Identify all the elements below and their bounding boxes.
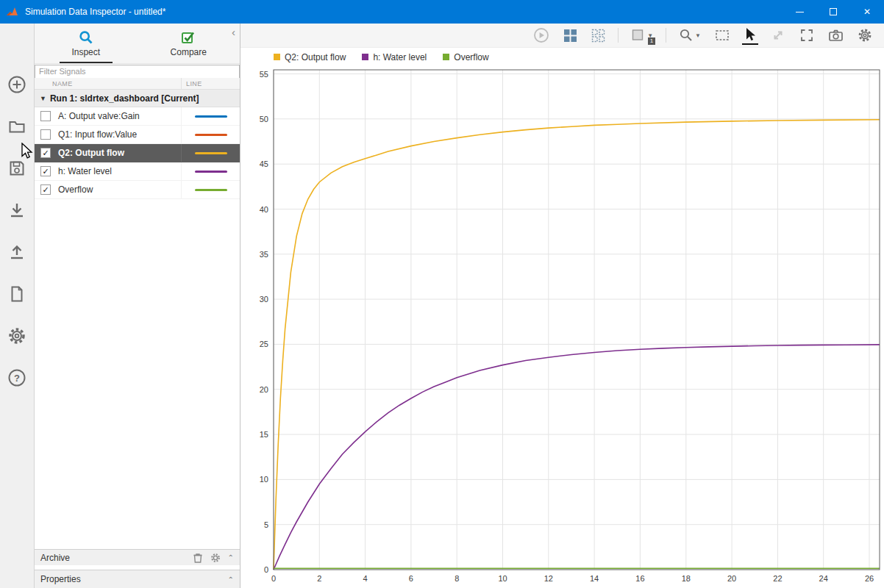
svg-text:45: 45 <box>260 159 268 168</box>
svg-text:?: ? <box>14 373 20 384</box>
trash-icon[interactable] <box>193 552 203 563</box>
filter-signals-input[interactable] <box>35 65 240 79</box>
svg-text:16: 16 <box>635 574 644 583</box>
close-icon: ✕ <box>863 7 871 17</box>
camera-icon <box>828 28 844 43</box>
snapshot-button[interactable] <box>827 26 845 44</box>
run-control-button[interactable] <box>532 26 551 45</box>
import-icon <box>7 201 26 220</box>
collapse-triangle-icon[interactable]: ▼ <box>40 95 46 102</box>
pointer-tool-button[interactable] <box>742 26 758 45</box>
archive-bar[interactable]: Archive ⌃ <box>35 549 240 565</box>
signal-line-cell <box>181 162 240 180</box>
inspect-magnifier-icon <box>79 30 93 45</box>
custom-grid-button[interactable] <box>590 27 607 44</box>
signal-name: h: Water level <box>51 166 181 176</box>
zoom-menu-button[interactable]: ▼ <box>677 26 702 44</box>
signal-name: Q1: Input flow:Value <box>51 129 181 140</box>
export-button[interactable] <box>6 241 28 263</box>
chart-svg[interactable]: 0246810121416182022242605101520253035404… <box>240 66 884 588</box>
tab-inspect-label: Inspect <box>71 47 100 57</box>
legend-label: Overflow <box>454 52 488 62</box>
fullscreen-button[interactable] <box>798 26 816 44</box>
legend-item: Overflow <box>443 52 488 62</box>
toolbar-separator <box>618 28 619 43</box>
import-button[interactable] <box>6 199 28 221</box>
settings-gear-icon <box>858 28 872 43</box>
help-button[interactable]: ? <box>6 367 28 389</box>
signal-name: Q2: Output flow <box>51 148 181 158</box>
filter-signals-wrap <box>35 64 240 78</box>
plot-settings-button[interactable] <box>856 26 874 44</box>
document-icon <box>7 284 26 304</box>
fit-to-view-button[interactable] <box>769 26 787 44</box>
add-button[interactable] <box>6 74 28 96</box>
svg-text:5: 5 <box>264 520 268 529</box>
svg-text:50: 50 <box>260 115 268 123</box>
svg-text:10: 10 <box>260 475 268 484</box>
signal-name: A: Output valve:Gain <box>51 111 181 121</box>
preferences-button[interactable] <box>6 325 28 347</box>
svg-text:0: 0 <box>264 565 268 574</box>
signal-name: Overflow <box>51 184 181 195</box>
plus-circle-icon <box>7 75 26 94</box>
layout-grid-button[interactable] <box>562 27 579 44</box>
run-group-label: Run 1: sldrtex_dashboard [Current] <box>50 93 199 104</box>
signal-list-empty-area <box>35 199 240 549</box>
signal-row[interactable]: Q1: Input flow:Value <box>35 126 240 144</box>
view-selector-button[interactable]: 1 ▼ <box>630 26 655 44</box>
svg-text:8: 8 <box>455 574 459 583</box>
legend-item: Q2: Output flow <box>274 52 346 62</box>
legend-swatch-icon <box>274 54 280 60</box>
properties-bar[interactable]: Properties ⌃ <box>35 570 240 588</box>
tab-compare[interactable]: Compare <box>138 24 240 63</box>
archive-gear-icon[interactable] <box>210 553 221 563</box>
signal-line-swatch <box>195 189 227 191</box>
svg-text:22: 22 <box>773 574 782 583</box>
title-bar: Simulation Data Inspector - untitled* ✕ <box>0 0 884 24</box>
signal-row[interactable]: A: Output valve:Gain <box>35 107 240 126</box>
matlab-icon <box>6 5 19 18</box>
svg-text:6: 6 <box>409 574 413 583</box>
tab-inspect[interactable]: Inspect <box>35 24 138 63</box>
zoom-region-button[interactable] <box>713 26 731 44</box>
signal-row[interactable]: ✓h: Water level <box>35 162 240 181</box>
signal-list: A: Output valve:GainQ1: Input flow:Value… <box>35 107 240 199</box>
properties-collapse-icon[interactable]: ⌃ <box>228 576 234 584</box>
signal-checkbox[interactable] <box>40 129 51 140</box>
open-button[interactable] <box>6 115 28 137</box>
signal-checkbox[interactable] <box>40 111 51 121</box>
maximize-button[interactable] <box>816 0 850 24</box>
svg-text:14: 14 <box>590 574 599 583</box>
svg-text:26: 26 <box>865 574 874 583</box>
archive-collapse-icon[interactable]: ⌃ <box>228 553 234 562</box>
svg-text:55: 55 <box>260 70 268 79</box>
signal-row[interactable]: ✓Q2: Output flow <box>35 144 240 162</box>
close-button[interactable]: ✕ <box>850 0 884 24</box>
archive-label: Archive <box>40 553 70 563</box>
svg-text:0: 0 <box>271 574 276 583</box>
run-group-row[interactable]: ▼ Run 1: sldrtex_dashboard [Current] <box>35 90 240 107</box>
view-square-icon <box>631 28 646 43</box>
signal-row[interactable]: ✓Overflow <box>35 181 240 199</box>
signal-checkbox[interactable]: ✓ <box>40 166 51 176</box>
minimize-icon <box>796 12 804 12</box>
minimize-button[interactable] <box>783 0 816 24</box>
report-button[interactable] <box>6 283 28 305</box>
signal-checkbox[interactable]: ✓ <box>40 184 51 195</box>
signal-line-swatch <box>195 115 227 118</box>
save-icon <box>7 159 26 178</box>
legend-swatch-icon <box>362 54 368 60</box>
svg-text:20: 20 <box>727 574 736 583</box>
subplot-layout-icon <box>563 29 577 43</box>
y-axis-labels: 0510152025303540455055 <box>260 70 268 575</box>
chart-canvas[interactable]: 0246810121416182022242605101520253035404… <box>240 66 884 588</box>
legend-item: h: Water level <box>362 52 427 62</box>
signal-line-swatch <box>195 171 227 173</box>
plot-main-area: 1 ▼ ▼ <box>240 24 884 588</box>
signal-line-cell <box>181 107 240 125</box>
signal-line-cell <box>181 181 240 198</box>
toolbar-separator <box>666 28 666 43</box>
signal-checkbox[interactable]: ✓ <box>40 148 51 158</box>
save-button[interactable] <box>6 157 28 179</box>
